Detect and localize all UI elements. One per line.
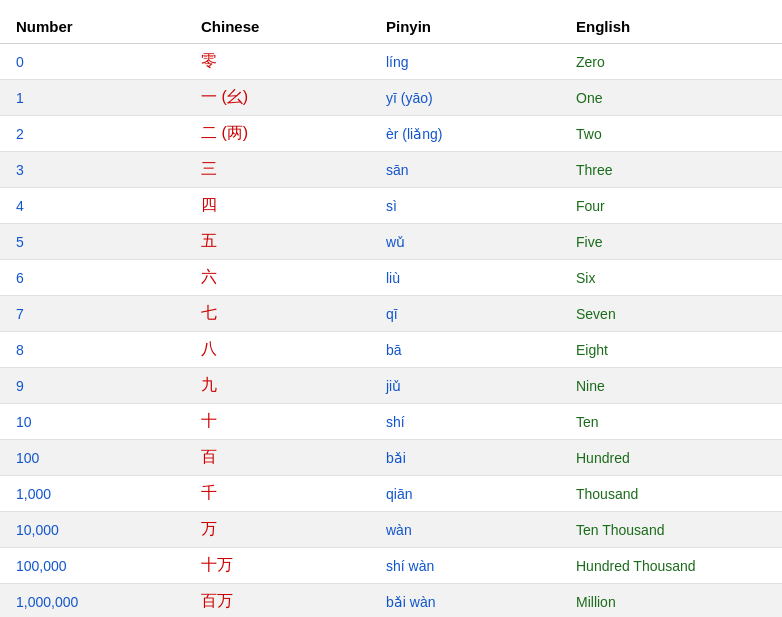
cell-number: 2 <box>0 116 185 152</box>
table-row: 1,000,000百万bǎi wànMillion <box>0 584 782 618</box>
cell-english: Thousand <box>560 476 782 512</box>
cell-pinyin: qī <box>370 296 560 332</box>
numbers-table: Number Chinese Pinyin English 0零língZero… <box>0 10 782 617</box>
cell-pinyin: qiān <box>370 476 560 512</box>
cell-pinyin: liù <box>370 260 560 296</box>
table-row: 0零língZero <box>0 44 782 80</box>
cell-number: 1,000 <box>0 476 185 512</box>
cell-english: Five <box>560 224 782 260</box>
table-row: 1,000千qiānThousand <box>0 476 782 512</box>
cell-english: Four <box>560 188 782 224</box>
cell-pinyin: bǎi <box>370 440 560 476</box>
cell-chinese: 二 (两) <box>185 116 370 152</box>
table-row: 10十shíTen <box>0 404 782 440</box>
cell-english: Million <box>560 584 782 618</box>
cell-english: Eight <box>560 332 782 368</box>
cell-chinese: 千 <box>185 476 370 512</box>
cell-english: Hundred <box>560 440 782 476</box>
cell-chinese: 六 <box>185 260 370 296</box>
table-row: 3三sānThree <box>0 152 782 188</box>
cell-chinese: 零 <box>185 44 370 80</box>
cell-number: 1,000,000 <box>0 584 185 618</box>
cell-english: Six <box>560 260 782 296</box>
cell-number: 8 <box>0 332 185 368</box>
cell-number: 4 <box>0 188 185 224</box>
cell-pinyin: bā <box>370 332 560 368</box>
cell-chinese: 万 <box>185 512 370 548</box>
cell-number: 7 <box>0 296 185 332</box>
table-row: 2二 (两)èr (liǎng)Two <box>0 116 782 152</box>
table-row: 7七qīSeven <box>0 296 782 332</box>
cell-chinese: 百 <box>185 440 370 476</box>
cell-number: 100,000 <box>0 548 185 584</box>
cell-pinyin: sān <box>370 152 560 188</box>
table-container: Number Chinese Pinyin English 0零língZero… <box>0 0 782 617</box>
cell-number: 0 <box>0 44 185 80</box>
cell-number: 6 <box>0 260 185 296</box>
cell-number: 3 <box>0 152 185 188</box>
cell-english: Ten <box>560 404 782 440</box>
header-chinese: Chinese <box>185 10 370 44</box>
table-row: 8八bāEight <box>0 332 782 368</box>
cell-pinyin: wǔ <box>370 224 560 260</box>
cell-pinyin: líng <box>370 44 560 80</box>
table-row: 1一 (幺)yī (yāo)One <box>0 80 782 116</box>
cell-number: 10,000 <box>0 512 185 548</box>
cell-english: Seven <box>560 296 782 332</box>
table-row: 5五wǔFive <box>0 224 782 260</box>
cell-pinyin: wàn <box>370 512 560 548</box>
cell-english: Nine <box>560 368 782 404</box>
table-row: 10,000万wànTen Thousand <box>0 512 782 548</box>
table-row: 6六liùSix <box>0 260 782 296</box>
cell-english: One <box>560 80 782 116</box>
cell-chinese: 十万 <box>185 548 370 584</box>
cell-english: Zero <box>560 44 782 80</box>
cell-pinyin: sì <box>370 188 560 224</box>
cell-pinyin: shí <box>370 404 560 440</box>
cell-english: Hundred Thousand <box>560 548 782 584</box>
cell-chinese: 一 (幺) <box>185 80 370 116</box>
cell-number: 1 <box>0 80 185 116</box>
cell-number: 100 <box>0 440 185 476</box>
header-english: English <box>560 10 782 44</box>
cell-english: Two <box>560 116 782 152</box>
cell-pinyin: èr (liǎng) <box>370 116 560 152</box>
cell-chinese: 七 <box>185 296 370 332</box>
table-row: 9九jiǔNine <box>0 368 782 404</box>
cell-pinyin: yī (yāo) <box>370 80 560 116</box>
cell-pinyin: jiǔ <box>370 368 560 404</box>
header-row: Number Chinese Pinyin English <box>0 10 782 44</box>
cell-chinese: 四 <box>185 188 370 224</box>
cell-pinyin: shí wàn <box>370 548 560 584</box>
table-row: 100百bǎiHundred <box>0 440 782 476</box>
cell-chinese: 三 <box>185 152 370 188</box>
cell-chinese: 八 <box>185 332 370 368</box>
cell-number: 10 <box>0 404 185 440</box>
cell-chinese: 九 <box>185 368 370 404</box>
cell-english: Ten Thousand <box>560 512 782 548</box>
cell-number: 5 <box>0 224 185 260</box>
header-number: Number <box>0 10 185 44</box>
cell-chinese: 五 <box>185 224 370 260</box>
cell-chinese: 十 <box>185 404 370 440</box>
table-row: 100,000十万shí wànHundred Thousand <box>0 548 782 584</box>
cell-number: 9 <box>0 368 185 404</box>
table-row: 4四sìFour <box>0 188 782 224</box>
cell-pinyin: bǎi wàn <box>370 584 560 618</box>
cell-english: Three <box>560 152 782 188</box>
cell-chinese: 百万 <box>185 584 370 618</box>
header-pinyin: Pinyin <box>370 10 560 44</box>
